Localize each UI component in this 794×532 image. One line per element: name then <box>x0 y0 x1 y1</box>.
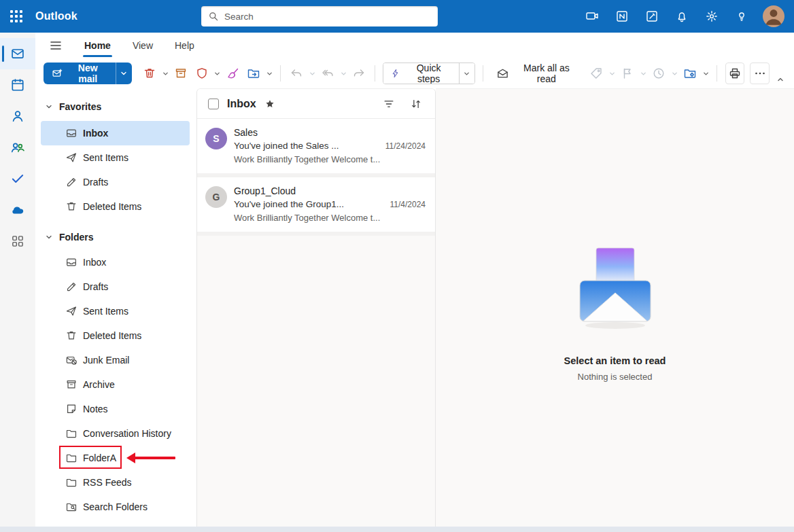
rules-dropdown[interactable] <box>701 63 710 84</box>
notifications-button[interactable] <box>670 5 693 28</box>
favorite-sent-items[interactable]: Sent Items <box>41 145 190 170</box>
rail-calendar-button[interactable] <box>0 69 35 101</box>
folder-icon <box>65 476 77 489</box>
filter-button[interactable] <box>379 94 398 113</box>
search-box[interactable] <box>201 6 438 26</box>
rail-todo-button[interactable] <box>0 163 35 194</box>
rules-button[interactable] <box>680 63 700 84</box>
categorize-button[interactable] <box>587 63 606 84</box>
tips-button[interactable] <box>730 5 753 28</box>
search-input[interactable] <box>224 12 431 22</box>
toolbar-divider <box>280 65 281 82</box>
printer-icon <box>728 67 742 80</box>
horizontal-scrollbar[interactable] <box>0 527 794 532</box>
inbox-icon <box>65 127 77 139</box>
sort-button[interactable] <box>407 94 426 113</box>
collapse-ribbon-button[interactable] <box>773 72 787 87</box>
new-mail-button[interactable]: New mail <box>44 63 116 84</box>
rail-mail-button[interactable] <box>0 38 35 69</box>
favorite-inbox[interactable]: Inbox <box>41 121 190 145</box>
report-button[interactable] <box>192 63 212 84</box>
settings-button[interactable] <box>700 5 723 28</box>
quick-steps-button[interactable]: Quick steps <box>383 63 459 84</box>
rail-more-apps-button[interactable] <box>0 226 35 257</box>
onenote-button[interactable] <box>610 5 634 28</box>
reply-all-dropdown[interactable] <box>339 63 347 84</box>
rail-groups-button[interactable] <box>0 132 35 163</box>
tab-view[interactable]: View <box>122 33 164 58</box>
chevron-down-icon <box>309 70 316 77</box>
favorite-star-icon[interactable] <box>264 99 275 109</box>
categorize-dropdown[interactable] <box>608 63 617 84</box>
move-to-button[interactable] <box>244 63 264 84</box>
delete-dropdown[interactable] <box>161 63 170 84</box>
quick-steps-split-button: Quick steps <box>383 63 474 84</box>
message-row[interactable]: G Group1_Cloud You've joined the Group1.… <box>197 177 435 236</box>
forward-button[interactable] <box>349 63 369 84</box>
pencil-icon <box>65 176 77 188</box>
mark-all-read-button[interactable]: Mark all as read <box>489 63 586 84</box>
folder-icon <box>65 452 77 464</box>
folder-archive[interactable]: Archive <box>41 372 190 397</box>
print-button[interactable] <box>725 63 745 84</box>
flag-dropdown[interactable] <box>639 63 648 84</box>
new-mail-dropdown-button[interactable] <box>116 63 133 84</box>
folders-section-header[interactable]: Folders <box>41 228 191 246</box>
folder-notes[interactable]: Notes <box>41 397 190 421</box>
reply-arrow-icon <box>290 67 303 80</box>
folders-label: Folders <box>59 232 94 243</box>
favorite-deleted-items[interactable]: Deleted Items <box>41 194 190 219</box>
folder-drafts[interactable]: Drafts <box>41 274 190 299</box>
sender-avatar[interactable]: S <box>205 128 227 149</box>
app-launcher-icon <box>10 10 22 22</box>
send-icon <box>65 305 77 317</box>
folder-junk-email[interactable]: Junk Email <box>41 348 190 372</box>
move-to-dropdown[interactable] <box>265 63 274 84</box>
folder-inbox[interactable]: Inbox <box>41 250 190 274</box>
forward-arrow-icon <box>352 67 366 80</box>
folder-sent-items[interactable]: Sent Items <box>41 299 190 323</box>
archive-button[interactable] <box>171 63 191 84</box>
folder-search-folders[interactable]: Search Folders <box>41 495 190 519</box>
folder-deleted-items[interactable]: Deleted Items <box>41 323 190 348</box>
trash-icon <box>65 200 77 213</box>
notes-button[interactable] <box>640 5 663 28</box>
folder-label: Conversation History <box>83 428 171 439</box>
sweep-button[interactable] <box>224 63 243 84</box>
ribbon-tabs-row: Home View Help <box>35 33 794 58</box>
mark-all-read-label: Mark all as read <box>515 63 579 84</box>
folder-rss-feeds[interactable]: RSS Feeds <box>41 470 190 495</box>
reply-dropdown[interactable] <box>307 63 316 84</box>
favorite-drafts[interactable]: Drafts <box>41 170 190 194</box>
tab-help[interactable]: Help <box>164 33 205 58</box>
select-all-checkbox[interactable] <box>208 99 219 109</box>
quick-steps-dropdown[interactable] <box>459 63 474 84</box>
snooze-button[interactable] <box>649 63 669 84</box>
rail-onedrive-button[interactable] <box>0 194 35 226</box>
folder-icon <box>65 427 77 440</box>
tab-home[interactable]: Home <box>73 33 122 58</box>
delete-button[interactable] <box>140 63 160 84</box>
junk-mail-icon <box>65 354 77 366</box>
reply-button[interactable] <box>287 63 307 84</box>
folder-label: Deleted Items <box>83 330 141 341</box>
send-icon <box>65 152 77 164</box>
folder-foldera[interactable]: FolderA <box>41 446 190 470</box>
favorites-section-header[interactable]: Favorites <box>41 98 191 116</box>
snooze-dropdown[interactable] <box>670 63 678 84</box>
folder-conversation-history[interactable]: Conversation History <box>41 421 190 446</box>
reply-all-button[interactable] <box>318 63 338 84</box>
more-options-button[interactable] <box>750 63 770 84</box>
lightning-icon <box>390 68 400 79</box>
account-avatar[interactable] <box>763 5 784 27</box>
report-dropdown[interactable] <box>213 63 222 84</box>
app-launcher-button[interactable] <box>0 0 33 33</box>
flag-button[interactable] <box>618 63 638 84</box>
sender-avatar[interactable]: G <box>205 186 227 208</box>
message-row[interactable]: S Sales You've joined the Sales ... 11/2… <box>197 119 435 177</box>
nav-pane-toggle-button[interactable] <box>45 35 67 56</box>
folder-label: Inbox <box>83 257 106 268</box>
rail-people-button[interactable] <box>0 101 35 132</box>
folders-items: Inbox Drafts Sent Items Deleted Items <box>35 250 196 519</box>
meet-now-button[interactable] <box>581 5 604 28</box>
